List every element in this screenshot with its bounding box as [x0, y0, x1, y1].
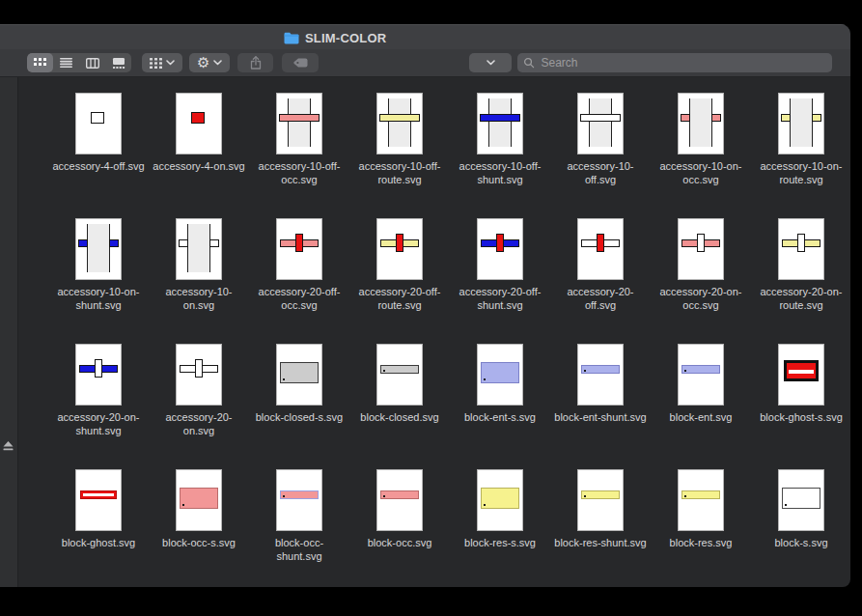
file-thumbnail: [577, 93, 624, 154]
file-name: accessory-20-off-route.svg: [353, 285, 446, 312]
file-name: accessory-10-off-shunt.svg: [454, 159, 546, 186]
file-name: block-closed-s.svg: [256, 410, 343, 424]
share-icon: [250, 56, 262, 70]
tag-button[interactable]: [282, 53, 319, 72]
file-thumbnail: [577, 469, 624, 531]
file-item[interactable]: block-res.svg: [651, 469, 751, 587]
chevron-down-icon: [487, 60, 495, 66]
file-thumbnail: [577, 218, 624, 280]
file-item[interactable]: block-occ-shunt.svg: [249, 469, 349, 587]
file-item[interactable]: accessory-20-on.svg: [149, 344, 249, 469]
scope-dropdown[interactable]: [469, 53, 512, 72]
file-name: accessory-20-off-occ.svg: [253, 285, 346, 312]
file-name: block-closed.svg: [360, 410, 438, 424]
search-input[interactable]: [539, 55, 826, 70]
file-thumbnail: [678, 93, 724, 154]
file-item[interactable]: block-res-s.svg: [450, 469, 550, 587]
file-item[interactable]: accessory-10-on-route.svg: [751, 93, 850, 218]
file-item[interactable]: block-ent.svg: [651, 344, 751, 469]
list-view-button[interactable]: [53, 53, 79, 72]
file-name: accessory-4-off.svg: [52, 159, 144, 173]
share-button[interactable]: [237, 53, 273, 72]
file-item[interactable]: block-closed.svg: [349, 344, 450, 469]
group-button[interactable]: [142, 53, 182, 72]
file-thumbnail: [276, 344, 322, 406]
eject-icon[interactable]: [3, 441, 14, 451]
chevron-down-icon: [213, 60, 222, 66]
file-item[interactable]: accessory-10-off.svg: [550, 93, 651, 218]
file-item[interactable]: block-ent-s.svg: [450, 344, 550, 469]
file-name: block-ent.svg: [670, 410, 733, 424]
file-thumbnail: [678, 218, 724, 280]
file-thumbnail: [376, 93, 423, 154]
file-name: block-s.svg: [774, 536, 827, 549]
grid-view-icon: [34, 58, 46, 68]
folder-icon: [284, 32, 299, 44]
chevron-down-icon: [166, 60, 175, 66]
file-item[interactable]: block-occ-s.svg: [149, 469, 249, 587]
file-name: accessory-10-off-occ.svg: [253, 159, 346, 186]
file-name: accessory-20-on-occ.svg: [654, 285, 747, 312]
actions-button[interactable]: ⚙: [189, 53, 230, 72]
file-item[interactable]: accessory-4-on.svg: [149, 93, 249, 218]
file-item[interactable]: block-s.svg: [751, 469, 850, 587]
titlebar[interactable]: SLIM-COLOR: [0, 24, 850, 49]
gallery-view-button[interactable]: [105, 53, 131, 72]
file-name: block-ent-s.svg: [464, 410, 536, 424]
gear-icon: ⚙: [197, 56, 209, 70]
file-name: accessory-20-on-route.svg: [755, 285, 848, 312]
tag-icon: [293, 58, 308, 68]
file-item[interactable]: accessory-10-off-route.svg: [349, 93, 450, 218]
title-wrap: SLIM-COLOR: [284, 25, 386, 50]
file-item[interactable]: block-occ.svg: [349, 469, 450, 587]
file-thumbnail: [376, 218, 423, 280]
file-thumbnail: [678, 344, 724, 406]
file-item[interactable]: accessory-20-on-shunt.svg: [48, 344, 149, 469]
column-view-icon: [86, 58, 99, 69]
file-item[interactable]: accessory-10-on.svg: [149, 218, 249, 344]
file-item[interactable]: block-ent-shunt.svg: [550, 344, 651, 469]
column-view-button[interactable]: [79, 53, 105, 72]
file-item[interactable]: accessory-4-off.svg: [48, 93, 149, 218]
search-icon: [523, 57, 535, 69]
file-thumbnail: [75, 93, 122, 154]
file-item[interactable]: accessory-20-off-shunt.svg: [450, 218, 550, 344]
file-item[interactable]: block-closed-s.svg: [249, 344, 349, 469]
file-name: block-res-shunt.svg: [554, 536, 646, 549]
file-thumbnail: [75, 469, 122, 531]
file-item[interactable]: accessory-20-off.svg: [550, 218, 651, 344]
icon-view-button[interactable]: [27, 53, 53, 72]
file-thumbnail: [376, 344, 423, 406]
file-item[interactable]: accessory-10-on-occ.svg: [651, 93, 751, 218]
file-item[interactable]: accessory-20-on-route.svg: [751, 218, 850, 344]
file-item[interactable]: accessory-10-off-shunt.svg: [450, 93, 550, 218]
file-thumbnail: [577, 344, 624, 406]
file-name: accessory-10-on-route.svg: [755, 159, 848, 186]
file-item[interactable]: accessory-10-off-occ.svg: [249, 93, 349, 218]
sidebar-strip: [0, 77, 18, 587]
file-browser: accessory-4-off.svg accessory-4-on.svg a…: [18, 77, 850, 587]
file-item[interactable]: accessory-20-off-occ.svg: [249, 218, 349, 344]
file-item[interactable]: block-res-shunt.svg: [550, 469, 651, 587]
file-thumbnail: [176, 218, 222, 280]
file-item[interactable]: accessory-20-off-route.svg: [349, 218, 450, 344]
view-switcher: [27, 53, 131, 72]
file-item[interactable]: accessory-20-on-occ.svg: [651, 218, 751, 344]
file-name: block-ghost-s.svg: [760, 410, 843, 424]
file-item[interactable]: accessory-10-on-shunt.svg: [48, 218, 149, 344]
finder-window: SLIM-COLOR: [0, 24, 850, 587]
file-name: accessory-20-on-shunt.svg: [52, 410, 145, 437]
file-thumbnail: [477, 469, 523, 531]
file-name: accessory-10-on.svg: [153, 285, 245, 312]
file-item[interactable]: block-ghost-s.svg: [751, 344, 850, 469]
file-item[interactable]: block-ghost.svg: [48, 469, 149, 587]
file-name: accessory-10-off-route.svg: [353, 159, 446, 186]
search-field[interactable]: [517, 53, 832, 72]
file-thumbnail: [276, 218, 322, 280]
file-name: block-ent-shunt.svg: [554, 410, 646, 424]
window-title: SLIM-COLOR: [305, 31, 386, 45]
gallery-view-icon: [112, 58, 125, 69]
file-thumbnail: [778, 344, 824, 406]
file-name: accessory-10-on-occ.svg: [654, 159, 747, 186]
file-name: block-ghost.svg: [62, 536, 135, 549]
